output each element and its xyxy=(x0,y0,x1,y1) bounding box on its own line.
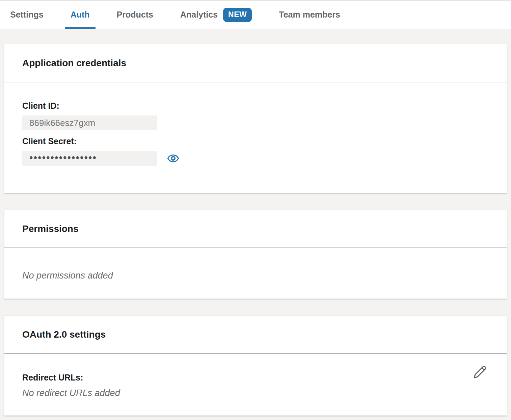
tab-settings[interactable]: Settings xyxy=(10,1,44,29)
oauth-settings-title: OAuth 2.0 settings xyxy=(22,329,106,340)
eye-icon xyxy=(167,152,179,164)
tab-auth[interactable]: Auth xyxy=(71,1,90,29)
application-credentials-card: Application credentials Client ID: 869ik… xyxy=(4,44,507,193)
client-id-value: 869ik66esz7gxm xyxy=(29,118,95,128)
no-redirect-urls-text: No redirect URLs added xyxy=(22,388,489,398)
tab-team-members-label: Team members xyxy=(279,10,340,20)
application-credentials-title: Application credentials xyxy=(22,58,126,69)
client-secret-field[interactable]: •••••••••••••••• xyxy=(22,151,157,166)
tab-auth-label: Auth xyxy=(71,10,90,20)
tab-analytics[interactable]: Analytics NEW xyxy=(180,1,252,29)
card-header: Application credentials xyxy=(4,44,507,82)
tab-bar: Settings Auth Products Analytics NEW Tea… xyxy=(0,0,511,29)
pencil-icon xyxy=(472,365,487,380)
main-content: Application credentials Client ID: 869ik… xyxy=(0,44,511,416)
oauth-settings-body: Redirect URLs: No redirect URLs added xyxy=(4,354,507,415)
client-id-field[interactable]: 869ik66esz7gxm xyxy=(22,115,157,130)
oauth-settings-card: OAuth 2.0 settings Redirect URLs: No red… xyxy=(4,315,507,416)
edit-redirect-urls-button[interactable] xyxy=(472,365,487,381)
tab-analytics-label: Analytics xyxy=(180,10,218,20)
client-id-label: Client ID: xyxy=(22,101,489,111)
application-credentials-body: Client ID: 869ik66esz7gxm Client Secret:… xyxy=(4,82,507,193)
card-header: Permissions xyxy=(4,210,507,248)
card-header: OAuth 2.0 settings xyxy=(4,316,507,354)
permissions-title: Permissions xyxy=(22,224,79,234)
tab-team-members[interactable]: Team members xyxy=(279,1,340,29)
tab-settings-label: Settings xyxy=(10,10,44,20)
no-permissions-text: No permissions added xyxy=(22,270,489,281)
reveal-secret-button[interactable] xyxy=(167,152,179,164)
redirect-urls-label: Redirect URLs: xyxy=(22,373,489,383)
permissions-body: No permissions added xyxy=(4,248,507,298)
new-badge: NEW xyxy=(223,8,252,22)
client-secret-row: •••••••••••••••• xyxy=(22,151,489,166)
active-tab-underline xyxy=(65,27,96,29)
client-secret-label: Client Secret: xyxy=(22,136,489,146)
permissions-card: Permissions No permissions added xyxy=(4,210,507,299)
client-secret-masked-value: •••••••••••••••• xyxy=(29,153,97,163)
tab-products-label: Products xyxy=(117,10,153,20)
tab-products[interactable]: Products xyxy=(117,1,153,29)
